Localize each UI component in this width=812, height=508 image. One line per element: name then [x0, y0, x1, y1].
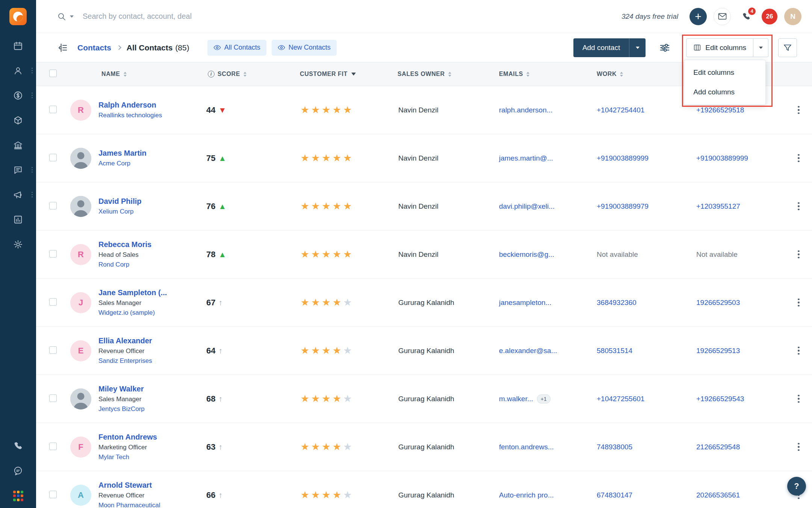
menu-item-add-columns[interactable]: Add columns — [684, 82, 765, 102]
work-phone-link[interactable]: +10427255601 — [597, 395, 644, 403]
email-link[interactable]: beckiemoris@g... — [499, 250, 554, 259]
sidebar-item-phone[interactable] — [13, 441, 23, 452]
user-avatar[interactable]: N — [784, 8, 801, 25]
table-row[interactable]: Miley Walker Sales Manager Jentycs BizCo… — [36, 375, 812, 423]
contact-company-link[interactable]: Reallinks technologies — [98, 112, 162, 119]
mobile-phone-link[interactable]: +919003889999 — [696, 154, 748, 162]
sidebar-item-contacts[interactable] — [0, 66, 36, 76]
contact-name-link[interactable]: Jane Sampleton (... — [98, 288, 167, 297]
search-input[interactable] — [83, 12, 346, 21]
col-header-work[interactable]: WORK — [594, 71, 693, 77]
contact-company-link[interactable]: Sandiz Enterprises — [98, 357, 152, 365]
table-row[interactable]: James Martin Acme Corp 75 ▲ ★★★★★ Navin … — [36, 134, 812, 182]
contact-name-link[interactable]: Rebecca Moris — [98, 240, 151, 249]
table-row[interactable]: J Jane Sampleton (... Sales Manager Widg… — [36, 279, 812, 327]
work-phone-link[interactable]: 580531514 — [597, 347, 632, 355]
col-header-score[interactable]: SCORE — [205, 71, 297, 77]
mobile-phone-link[interactable]: 21266529548 — [696, 443, 740, 451]
notifications-button[interactable]: 26 — [762, 9, 777, 24]
row-checkbox[interactable] — [49, 106, 57, 113]
work-phone-link[interactable]: 674830147 — [597, 491, 632, 499]
row-checkbox[interactable] — [49, 394, 57, 402]
row-checkbox[interactable] — [49, 202, 57, 209]
quick-add-button[interactable]: + — [690, 8, 707, 25]
info-icon[interactable] — [208, 71, 215, 77]
email-link[interactable]: e.alexander@sa... — [499, 347, 557, 355]
mobile-phone-link[interactable]: +19266529543 — [696, 395, 744, 403]
display-settings-button[interactable] — [659, 42, 670, 53]
add-contact-button[interactable]: Add contact — [573, 38, 629, 57]
calls-button[interactable]: 4 — [738, 8, 755, 25]
row-menu-kebab[interactable] — [795, 248, 802, 261]
email-link[interactable]: fenton.andrews... — [499, 443, 554, 451]
mobile-phone-link[interactable]: 19266529513 — [696, 347, 740, 355]
row-checkbox[interactable] — [49, 346, 57, 354]
mobile-phone-link[interactable]: 19266529503 — [696, 299, 740, 306]
email-link[interactable]: Auto-enrich pro... — [499, 491, 554, 499]
work-phone-link[interactable]: +919003889999 — [597, 154, 649, 162]
sidebar-item-analytics[interactable] — [0, 215, 36, 225]
view-pill-all-contacts[interactable]: All Contacts — [207, 40, 266, 56]
table-row[interactable]: A Arnold Stewart Revenue Officer Moon Ph… — [36, 471, 812, 508]
row-checkbox[interactable] — [49, 491, 57, 498]
contact-company-link[interactable]: Moon Pharmaceutical — [98, 502, 160, 508]
contact-company-link[interactable]: Xelium Corp — [98, 208, 134, 215]
contact-name-link[interactable]: David Philip — [98, 197, 141, 206]
row-checkbox[interactable] — [49, 298, 57, 306]
row-menu-kebab[interactable] — [795, 441, 802, 453]
work-phone-link[interactable]: +919003889979 — [597, 202, 649, 210]
global-search[interactable] — [57, 12, 621, 21]
current-view[interactable]: All Contacts(85) — [127, 43, 189, 52]
row-checkbox[interactable] — [49, 154, 57, 161]
row-checkbox[interactable] — [49, 250, 57, 258]
sidebar-item-campaigns[interactable] — [0, 190, 36, 200]
help-button[interactable]: ? — [787, 477, 806, 496]
select-all-checkbox[interactable] — [49, 70, 57, 77]
mobile-phone-link[interactable]: +1203955127 — [696, 202, 740, 210]
sidebar-item-calendar[interactable] — [0, 41, 36, 52]
sidebar-item-conversations[interactable] — [0, 165, 36, 176]
contact-name-link[interactable]: Arnold Stewart — [98, 481, 152, 490]
mobile-phone-link[interactable]: +19266529518 — [696, 106, 744, 114]
freshworks-logo[interactable] — [9, 8, 27, 25]
contact-company-link[interactable]: Jentycs BizCorp — [98, 405, 145, 413]
filter-button[interactable] — [778, 38, 797, 57]
row-menu-kebab[interactable] — [795, 296, 802, 309]
email-extra-badge[interactable]: +1 — [537, 394, 550, 403]
work-phone-link[interactable]: 3684932360 — [597, 299, 637, 306]
row-checkbox[interactable] — [49, 443, 57, 450]
col-header-sales-owner[interactable]: SALES OWNER — [395, 71, 496, 77]
email-link[interactable]: ralph.anderson... — [499, 106, 553, 114]
contact-company-link[interactable]: Widgetz.io (sample) — [98, 309, 155, 317]
view-pill-new-contacts[interactable]: New Contacts — [272, 40, 337, 56]
contact-company-link[interactable]: Mylar Tech — [98, 453, 129, 461]
email-link[interactable]: james.martin@... — [499, 154, 553, 162]
email-button[interactable] — [714, 8, 731, 25]
table-row[interactable]: E Ellia Alexander Revenue Officer Sandiz… — [36, 327, 812, 375]
row-menu-kebab[interactable] — [795, 344, 802, 357]
search-scope-caret-icon[interactable] — [70, 15, 74, 18]
view-switcher-button[interactable] — [57, 42, 68, 53]
breadcrumb-contacts-link[interactable]: Contacts — [77, 43, 111, 52]
row-menu-kebab[interactable] — [795, 393, 802, 405]
sidebar-item-live-chat[interactable] — [13, 466, 23, 476]
work-phone-link[interactable]: 748938005 — [597, 443, 632, 451]
contact-company-link[interactable]: Acme Corp — [98, 160, 130, 167]
row-menu-kebab[interactable] — [795, 200, 802, 213]
edit-columns-caret[interactable] — [753, 38, 768, 57]
row-menu-kebab[interactable] — [795, 152, 802, 165]
row-menu-kebab[interactable] — [795, 104, 802, 117]
edit-columns-button[interactable]: Edit columns — [686, 38, 753, 57]
email-link[interactable]: m.walker... — [499, 395, 533, 403]
work-phone-link[interactable]: +10427254401 — [597, 106, 644, 114]
menu-item-edit-columns[interactable]: Edit columns — [684, 63, 765, 82]
contact-name-link[interactable]: Ellia Alexander — [98, 337, 152, 345]
sidebar-item-settings[interactable] — [0, 240, 36, 250]
contact-name-link[interactable]: Fenton Andrews — [98, 433, 157, 441]
sidebar-item-products[interactable] — [0, 115, 36, 126]
contact-name-link[interactable]: Miley Walker — [98, 385, 144, 393]
email-link[interactable]: janesampleton... — [499, 299, 551, 307]
contact-company-link[interactable]: Rond Corp — [98, 261, 129, 268]
contact-name-link[interactable]: James Martin — [98, 149, 147, 158]
sidebar-item-apps[interactable] — [13, 491, 23, 501]
